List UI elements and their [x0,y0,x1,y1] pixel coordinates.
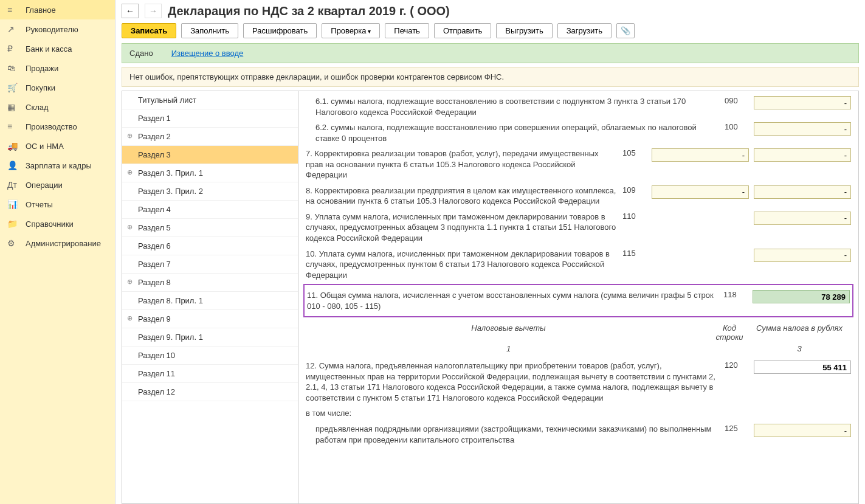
send-button[interactable]: Отправить [434,23,491,38]
truck-icon: 🚚 [7,141,19,151]
section-tree: Титульный листРаздел 1Раздел 2Раздел 3Ра… [122,91,298,503]
sidebar-label: Отчеты [26,200,53,209]
tree-item-7[interactable]: Раздел 5 [122,219,298,237]
tree-item-13[interactable]: Раздел 9. Прил. 1 [122,328,298,347]
check-button[interactable]: Проверка [322,23,380,38]
sidebar-item-purchases[interactable]: 🛒Покупки [0,78,115,97]
sidebar-item-hr[interactable]: 👤Зарплата и кадры [0,156,115,175]
row-code: 109 [622,185,647,195]
chart-icon: ↗ [7,24,19,34]
menu-icon: ≡ [7,5,19,15]
sidebar-label: Склад [26,103,49,112]
value-090-a[interactable] [754,96,851,109]
sidebar-label: Зарплата и кадры [26,161,92,170]
sidebar-item-assets[interactable]: 🚚ОС и НМА [0,136,115,156]
nav-back-button[interactable]: ← [122,4,139,18]
sidebar-label: Продажи [26,64,58,73]
status-link[interactable]: Извещение о вводе [171,49,244,58]
status-bar: Сдано Извещение о вводе [122,43,859,63]
value-118[interactable] [753,290,850,303]
tree-item-8[interactable]: Раздел 6 [122,237,298,255]
value-125[interactable] [754,424,851,437]
tree-item-1[interactable]: Раздел 1 [122,109,298,128]
tree-item-6[interactable]: Раздел 4 [122,201,298,219]
gear-icon: ⚙ [7,238,19,248]
person-icon: 👤 [7,161,19,170]
value-105-a[interactable] [652,148,749,162]
sidebar-label: Справочники [26,219,74,229]
value-109-a[interactable] [652,185,749,199]
row-code-125: 125 [725,424,749,433]
main-sidebar: ≡Главное ↗Руководителю ₽Банк и касса 🛍Пр… [0,0,115,504]
tree-item-0[interactable]: Титульный лист [122,91,298,109]
tree-item-14[interactable]: Раздел 10 [122,347,298,365]
sidebar-item-production[interactable]: ≡Производство [0,117,115,136]
grid-icon: ▦ [7,102,19,112]
folder-icon: 📁 [7,219,19,229]
tree-item-15[interactable]: Раздел 11 [122,365,298,383]
write-button[interactable]: Записать [122,23,176,38]
sidebar-item-sales[interactable]: 🛍Продажи [0,58,115,78]
header-col1: Налоговые вычеты [306,323,711,342]
nav-forward-button[interactable]: → [145,4,162,18]
tree-item-16[interactable]: Раздел 12 [122,383,298,401]
print-button[interactable]: Печать [385,23,429,38]
row-text: 7. Корректировка реализации товаров (раб… [306,148,618,181]
colnum-1: 1 [306,344,711,353]
row-text-120: 12. Сумма налога, предъявленная налогопл… [306,361,720,403]
row-text: 10. Уплата сумм налога, исчисленных при … [306,249,618,281]
tree-item-9[interactable]: Раздел 7 [122,255,298,274]
colnum-3: 3 [748,344,851,353]
header-col2: Код строки [711,323,748,342]
export-button[interactable]: Выгрузить [496,23,552,38]
status-label: Сдано [129,49,153,58]
including-label: в том числе: [306,408,851,419]
section-colnums: 1 3 [306,343,851,358]
row-code: 100 [725,122,749,131]
tree-item-10[interactable]: Раздел 8 [122,274,298,292]
sidebar-item-reports[interactable]: 📊Отчеты [0,195,115,214]
sidebar-item-admin[interactable]: ⚙Администрирование [0,233,115,253]
value-100-a[interactable] [754,122,851,136]
import-button[interactable]: Загрузить [557,23,612,38]
tree-item-2[interactable]: Раздел 2 [122,128,298,146]
value-120[interactable] [754,361,851,374]
sidebar-label: Производство [26,122,77,131]
row-text-125: предъявленная подрядными организациями (… [306,424,720,445]
sidebar-item-warehouse[interactable]: ▦Склад [0,97,115,117]
form-area[interactable]: 6.1. суммы налога, подлежащие восстановл… [298,91,858,503]
tree-item-12[interactable]: Раздел 9 [122,310,298,328]
sidebar-label: ОС и НМА [26,142,64,151]
sidebar-label: Банк и касса [26,44,72,54]
tree-item-11[interactable]: Раздел 8. Прил. 1 [122,292,298,310]
bars-icon: 📊 [7,199,19,209]
header-col3: Сумма налога в рублях [748,323,851,342]
cart-icon: 🛒 [7,83,19,92]
sidebar-item-operations[interactable]: ДтОперации [0,175,115,195]
dt-icon: Дт [7,180,19,190]
row-text: 6.2. суммы налога, подлежащие восстановл… [306,122,720,143]
value-115-b[interactable] [754,249,851,262]
value-109-b[interactable] [754,185,851,199]
tree-item-5[interactable]: Раздел 3. Прил. 2 [122,182,298,201]
row-text: 6.1. суммы налога, подлежащие восстановл… [306,96,720,117]
fill-button[interactable]: Заполнить [181,23,238,38]
ruble-icon: ₽ [7,44,19,54]
sidebar-item-refs[interactable]: 📁Справочники [0,214,115,233]
row-code-120: 120 [725,361,749,370]
tree-item-3[interactable]: Раздел 3 [122,146,298,164]
page-title: Декларация по НДС за 2 квартал 2019 г. (… [168,4,450,18]
sidebar-label: Главное [26,5,56,15]
row-code: 110 [622,212,647,221]
decode-button[interactable]: Расшифровать [243,23,317,38]
check-message: Нет ошибок, препятствующих отправке декл… [122,67,859,87]
list-icon: ≡ [7,122,19,131]
attach-button[interactable]: 📎 [616,23,635,38]
toolbar: Записать Заполнить Расшифровать Проверка… [122,23,859,38]
sidebar-item-manager[interactable]: ↗Руководителю [0,19,115,39]
value-105-b[interactable] [754,148,851,162]
sidebar-item-bank[interactable]: ₽Банк и касса [0,39,115,58]
value-110-b[interactable] [754,212,851,225]
sidebar-item-main[interactable]: ≡Главное [0,0,115,19]
tree-item-4[interactable]: Раздел 3. Прил. 1 [122,164,298,182]
